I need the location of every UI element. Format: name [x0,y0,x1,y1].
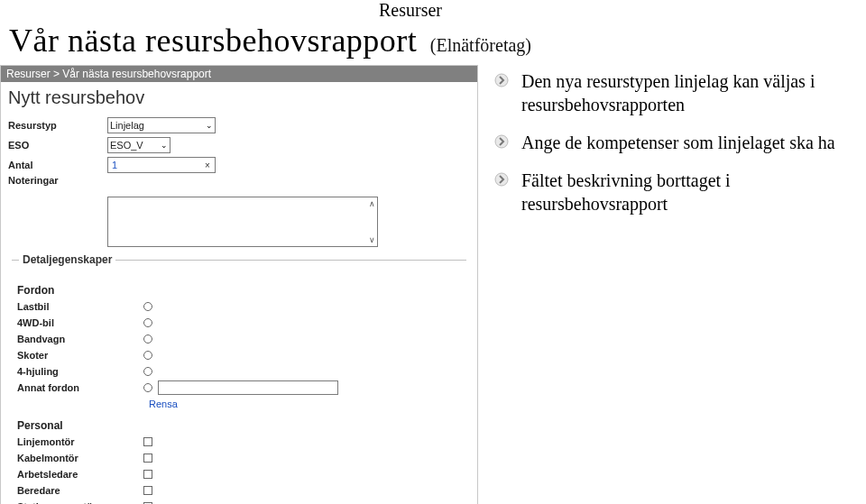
app-screenshot: Resurser > Vår nästa resursbehovsrapport… [0,65,478,504]
radio-bandvagn[interactable] [143,334,152,344]
radio-annat-fordon[interactable] [143,383,152,392]
page-title: Vår nästa resursbehovsrapport [9,23,417,59]
label-resurstyp: Resurstyp [8,120,107,131]
input-antal[interactable]: 1 × [107,157,216,173]
list-item: Den nya resurstypen linjelag kan väljas … [494,69,855,116]
label-arbetsledare: Arbetsledare [8,469,143,480]
select-resurstyp-value: Linjelag [110,120,144,131]
section-label: Resurser [379,0,442,21]
svg-point-1 [495,135,508,148]
link-rensa-fordon[interactable]: Rensa [149,399,178,409]
textarea-noteringar[interactable]: ∧ ∨ [107,197,378,247]
checkbox-arbetsledare[interactable] [143,470,152,479]
label-antal: Antal [8,160,107,170]
radio-skoter[interactable] [143,351,152,360]
form-heading: Nytt resursbehov [1,82,477,112]
chevron-down-icon: ⌄ [161,141,168,150]
radio-4wd[interactable] [143,318,152,327]
legend-detaljegenskaper: Detaljegenskaper [19,253,115,266]
breadcrumb: Resurser > Vår nästa resursbehovsrapport [1,66,477,82]
label-skoter: Skoter [8,350,143,361]
label-lastbil: Lastbil [8,301,143,312]
label-bandvagn: Bandvagn [8,334,143,344]
page-subtitle: (Elnätföretag) [430,35,531,55]
label-noteringar: Noteringar [8,175,107,186]
scroll-down-icon[interactable]: ∨ [369,235,375,244]
group-personal-heading: Personal [17,419,470,432]
bullet-text: Den nya resurstypen linjelag kan väljas … [521,69,855,116]
svg-point-2 [495,173,508,186]
select-eso[interactable]: ESO_V ⌄ [107,137,170,153]
clear-icon[interactable]: × [200,160,215,170]
list-item: Ange de kompetenser som linjelaget ska h… [494,131,855,154]
fieldset-detaljegenskaper: Detaljegenskaper [12,260,466,280]
label-linjemontor: Linjemontör [8,436,143,447]
label-eso: ESO [8,140,107,151]
svg-point-0 [495,74,508,87]
radio-lastbil[interactable] [143,302,152,311]
label-annat-fordon: Annat fordon [8,382,143,393]
chevron-down-icon: ⌄ [206,121,213,130]
label-4wd: 4WD-bil [8,317,143,328]
checkbox-beredare[interactable] [143,486,152,495]
select-eso-value: ESO_V [110,140,143,151]
bullet-text: Fältet beskrivning borttaget i resursbeh… [521,169,855,215]
bullet-list: Den nya resurstypen linjelag kan väljas … [494,69,855,215]
scroll-up-icon[interactable]: ∧ [369,199,375,208]
checkbox-kabelmontor[interactable] [143,454,152,463]
checkbox-linjemontor[interactable] [143,437,152,446]
chevron-bullet-icon [494,134,512,152]
group-fordon-heading: Fordon [17,284,470,297]
input-antal-value: 1 [108,160,200,170]
chevron-bullet-icon [494,172,512,190]
bullet-text: Ange de kompetenser som linjelaget ska h… [521,131,835,154]
chevron-bullet-icon [494,73,512,91]
label-4hjuling: 4-hjuling [8,366,143,377]
label-kabelmontor: Kabelmontör [8,453,143,463]
select-resurstyp[interactable]: Linjelag ⌄ [107,117,216,133]
input-annat-fordon[interactable] [158,380,338,395]
label-beredare: Beredare [8,485,143,496]
radio-4hjuling[interactable] [143,367,152,376]
list-item: Fältet beskrivning borttaget i resursbeh… [494,169,855,215]
